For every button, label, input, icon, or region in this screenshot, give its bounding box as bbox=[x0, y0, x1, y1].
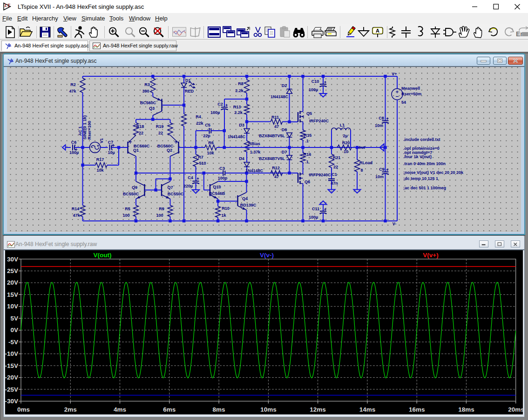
svg-text:100µ: 100µ bbox=[309, 87, 318, 92]
svg-text:2ms: 2ms bbox=[64, 406, 77, 413]
svg-text:Q5: Q5 bbox=[306, 111, 312, 116]
svg-text:30V: 30V bbox=[7, 256, 18, 263]
svg-text:Q4: Q4 bbox=[242, 196, 248, 201]
svg-text:5V: 5V bbox=[10, 315, 18, 322]
svg-text:Q10: Q10 bbox=[213, 185, 221, 189]
svg-text:100: 100 bbox=[122, 213, 129, 218]
svg-text:L1: L1 bbox=[340, 123, 345, 127]
svg-text:22: 22 bbox=[333, 165, 338, 169]
svg-text:C1: C1 bbox=[332, 172, 337, 177]
svg-text:A: A bbox=[376, 28, 379, 33]
svg-text:22k: 22k bbox=[196, 121, 203, 126]
svg-text:10ms: 10ms bbox=[260, 406, 277, 413]
svg-text:V1: V1 bbox=[99, 138, 104, 143]
svg-text:C6: C6 bbox=[71, 140, 77, 145]
svg-text:D6: D6 bbox=[282, 127, 287, 132]
svg-text:Q1: Q1 bbox=[133, 148, 139, 153]
svg-text:SINE(0 1 1k): SINE(0 1 1k) bbox=[82, 115, 87, 140]
svg-text:2.2k: 2.2k bbox=[234, 110, 243, 115]
svg-text:10m: 10m bbox=[375, 174, 384, 179]
svg-text:V-: V- bbox=[393, 221, 397, 226]
svg-text:2µ: 2µ bbox=[343, 133, 347, 138]
svg-text:BD139C: BD139C bbox=[240, 203, 257, 207]
svg-text:BC550C: BC550C bbox=[123, 192, 139, 196]
svg-text:54: 54 bbox=[401, 100, 406, 105]
svg-text:R2: R2 bbox=[70, 82, 76, 87]
svg-text:1N4148C: 1N4148C bbox=[271, 94, 289, 99]
svg-text:0V: 0V bbox=[10, 327, 18, 333]
svg-text:8: 8 bbox=[360, 168, 363, 173]
svg-text:-30V: -30V bbox=[5, 398, 18, 405]
svg-text:V+: V+ bbox=[392, 72, 397, 76]
svg-text:R4: R4 bbox=[196, 114, 201, 119]
svg-text:D4: D4 bbox=[239, 156, 244, 161]
svg-text:R9: R9 bbox=[159, 207, 164, 211]
svg-text:22p: 22p bbox=[203, 133, 210, 138]
svg-text:100: 100 bbox=[156, 213, 163, 218]
svg-text:Q6: Q6 bbox=[305, 180, 310, 184]
svg-text:Q3: Q3 bbox=[149, 106, 155, 111]
svg-text:220µ: 220µ bbox=[183, 184, 193, 188]
svg-text:BC546B: BC546B bbox=[209, 191, 225, 196]
svg-text:R11: R11 bbox=[271, 115, 279, 120]
svg-text:8ms: 8ms bbox=[213, 406, 225, 413]
svg-text:18ms: 18ms bbox=[458, 406, 474, 413]
svg-text:47k: 47k bbox=[73, 213, 80, 218]
svg-text:2.2k: 2.2k bbox=[235, 88, 244, 93]
svg-text:20V: 20V bbox=[7, 279, 18, 286]
svg-text:D2: D2 bbox=[282, 83, 287, 88]
svg-text:.1: .1 bbox=[305, 139, 309, 143]
svg-text:R6: R6 bbox=[208, 140, 214, 145]
svg-text:Q2: Q2 bbox=[167, 148, 172, 153]
svg-text:.opt numdgt=7: .opt numdgt=7 bbox=[403, 150, 432, 155]
svg-text:AC 1: AC 1 bbox=[78, 126, 82, 136]
svg-text:R5: R5 bbox=[125, 207, 130, 211]
svg-text:;ac dec 501 1 100meg: ;ac dec 501 1 100meg bbox=[403, 186, 446, 190]
svg-text:R21: R21 bbox=[333, 155, 341, 160]
svg-text:IRFP240C: IRFP240C bbox=[309, 119, 329, 123]
svg-text:20ms: 20ms bbox=[508, 406, 523, 413]
svg-text:10: 10 bbox=[344, 149, 348, 154]
svg-text:C3: C3 bbox=[219, 166, 225, 171]
svg-text:BC550C: BC550C bbox=[168, 192, 184, 196]
svg-text:C2: C2 bbox=[217, 102, 223, 107]
svg-text:-25V: -25V bbox=[5, 386, 18, 393]
svg-text:RED: RED bbox=[185, 89, 194, 93]
svg-text:out: out bbox=[359, 145, 365, 150]
svg-text:12ms: 12ms bbox=[310, 406, 326, 413]
svg-text:BC560C: BC560C bbox=[140, 100, 156, 105]
svg-text:47n: 47n bbox=[331, 181, 338, 186]
svg-text:.1: .1 bbox=[305, 160, 309, 164]
svg-text:1.37k: 1.37k bbox=[250, 150, 261, 154]
svg-text:6ms: 6ms bbox=[163, 406, 176, 413]
svg-text:R17: R17 bbox=[96, 157, 104, 162]
svg-text:1k: 1k bbox=[222, 213, 227, 218]
svg-text:14ms: 14ms bbox=[359, 406, 376, 413]
svg-text:100µ: 100µ bbox=[309, 215, 318, 220]
svg-text:10m: 10m bbox=[375, 123, 383, 128]
svg-text:-15V: -15V bbox=[5, 362, 18, 369]
svg-text:.include cordell.txt: .include cordell.txt bbox=[403, 137, 440, 142]
svg-text:25V: 25V bbox=[7, 267, 18, 274]
svg-text:R7: R7 bbox=[198, 155, 203, 160]
svg-text:C7: C7 bbox=[108, 140, 114, 145]
svg-text:390: 390 bbox=[142, 89, 149, 93]
svg-text:R16: R16 bbox=[304, 152, 311, 157]
svg-text:R19: R19 bbox=[156, 124, 164, 129]
svg-text:R20: R20 bbox=[342, 140, 350, 145]
svg-text:C9: C9 bbox=[379, 167, 385, 172]
svg-text:Meanwell: Meanwell bbox=[401, 86, 420, 91]
svg-text:22: 22 bbox=[158, 131, 163, 135]
svg-text:R13: R13 bbox=[233, 105, 241, 109]
svg-text:LT: LT bbox=[4, 3, 11, 8]
svg-text:D1: D1 bbox=[185, 78, 191, 83]
svg-text:.four 1k V(out): .four 1k V(out) bbox=[403, 154, 432, 159]
svg-text:V(out): V(out) bbox=[94, 252, 112, 259]
svg-text:15V: 15V bbox=[7, 291, 18, 298]
svg-text:510: 510 bbox=[199, 161, 206, 166]
svg-text:Q7: Q7 bbox=[168, 185, 173, 190]
svg-text:R14: R14 bbox=[72, 207, 80, 211]
svg-text:47: 47 bbox=[274, 124, 279, 129]
svg-text:1N4148C: 1N4148C bbox=[245, 168, 264, 173]
svg-text:R12: R12 bbox=[272, 166, 280, 170]
